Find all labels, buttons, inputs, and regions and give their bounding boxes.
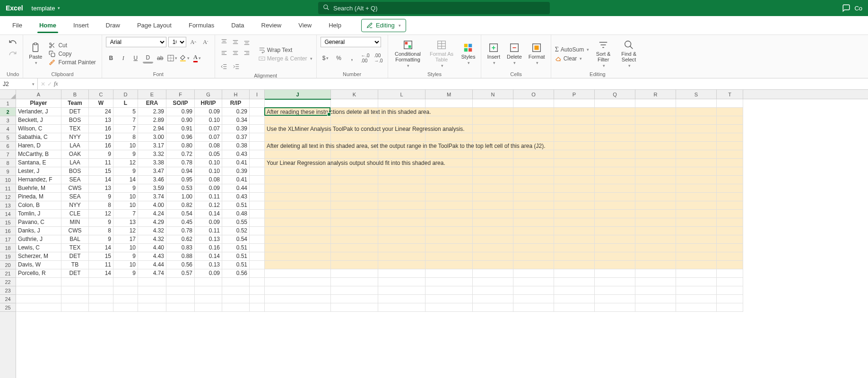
cell-J14[interactable] <box>265 210 331 218</box>
cell-S22[interactable] <box>676 278 717 286</box>
cell-I25[interactable] <box>250 303 265 312</box>
cell-J3[interactable] <box>265 116 331 125</box>
cell-R2[interactable] <box>635 108 676 116</box>
cell-T3[interactable] <box>717 116 743 125</box>
cell-D17[interactable]: 17 <box>113 235 138 244</box>
col-header-C[interactable]: C <box>89 90 113 99</box>
cell-P12[interactable] <box>554 193 595 201</box>
cell-H6[interactable]: 0.38 <box>222 142 250 150</box>
bold-button[interactable]: B <box>106 53 116 63</box>
cell-O4[interactable] <box>513 125 554 133</box>
cell-L24[interactable] <box>378 295 425 303</box>
cell-B8[interactable]: LAA <box>61 159 89 167</box>
cell-L13[interactable] <box>378 201 425 210</box>
cell-H3[interactable]: 0.34 <box>222 116 250 125</box>
cell-D13[interactable]: 10 <box>113 201 138 210</box>
cell-O24[interactable] <box>513 295 554 303</box>
cell-F21[interactable]: 0.57 <box>166 269 195 278</box>
cell-B11[interactable]: CWS <box>61 184 89 193</box>
cell-M14[interactable] <box>425 210 473 218</box>
cell-L18[interactable] <box>378 244 425 252</box>
undo-button[interactable] <box>8 37 18 47</box>
col-header-F[interactable]: F <box>166 90 195 99</box>
cell-B6[interactable]: LAA <box>61 142 89 150</box>
cell-H8[interactable]: 0.41 <box>222 159 250 167</box>
decrease-indent-button[interactable] <box>219 61 229 72</box>
cell-D16[interactable]: 12 <box>113 227 138 235</box>
cell-H20[interactable]: 0.51 <box>222 261 250 269</box>
cell-P20[interactable] <box>554 261 595 269</box>
cell-O25[interactable] <box>513 303 554 312</box>
cell-H4[interactable]: 0.39 <box>222 125 250 133</box>
cell-H2[interactable]: 0.29 <box>222 108 250 116</box>
cell-C18[interactable]: 14 <box>89 244 113 252</box>
cell-M21[interactable] <box>425 269 473 278</box>
cell-B19[interactable]: DET <box>61 252 89 261</box>
cell-O3[interactable] <box>513 116 554 125</box>
cell-O21[interactable] <box>513 269 554 278</box>
cell-O2[interactable] <box>513 108 554 116</box>
cell-F16[interactable]: 0.78 <box>166 227 195 235</box>
cell-E20[interactable]: 4.44 <box>138 261 166 269</box>
cell-G12[interactable]: 0.11 <box>195 193 222 201</box>
cell-J17[interactable] <box>265 235 331 244</box>
cell-J23[interactable] <box>265 286 331 295</box>
comments-button[interactable] <box>842 4 851 12</box>
tab-insert[interactable]: Insert <box>67 16 95 35</box>
cell-A3[interactable]: Beckett, J <box>16 116 61 125</box>
cell-C2[interactable]: 24 <box>89 108 113 116</box>
cell-K5[interactable] <box>331 133 378 142</box>
cell-O5[interactable] <box>513 133 554 142</box>
cell-E21[interactable]: 4.74 <box>138 269 166 278</box>
cell-G4[interactable]: 0.07 <box>195 125 222 133</box>
cell-O10[interactable] <box>513 176 554 184</box>
cell-E24[interactable] <box>138 295 166 303</box>
cell-H17[interactable]: 0.54 <box>222 235 250 244</box>
col-header-Q[interactable]: Q <box>595 90 635 99</box>
cell-O17[interactable] <box>513 235 554 244</box>
cell-D8[interactable]: 12 <box>113 159 138 167</box>
cell-C20[interactable]: 11 <box>89 261 113 269</box>
cell-G2[interactable]: 0.09 <box>195 108 222 116</box>
cell-A24[interactable] <box>16 295 61 303</box>
cell-K20[interactable] <box>331 261 378 269</box>
row-header-7[interactable]: 7 <box>0 150 16 159</box>
cell-M22[interactable] <box>425 278 473 286</box>
cell-N5[interactable] <box>473 133 513 142</box>
cell-B1[interactable]: Team <box>61 99 89 108</box>
row-header-18[interactable]: 18 <box>0 244 16 252</box>
fill-color-button[interactable]: ▾ <box>180 53 190 63</box>
cell-R15[interactable] <box>635 218 676 227</box>
cell-S24[interactable] <box>676 295 717 303</box>
cell-Q14[interactable] <box>595 210 635 218</box>
cell-K8[interactable] <box>331 159 378 167</box>
cell-T13[interactable] <box>717 201 743 210</box>
cell-Q11[interactable] <box>595 184 635 193</box>
cell-R4[interactable] <box>635 125 676 133</box>
decrease-decimal-button[interactable]: .00→.0 <box>373 53 384 63</box>
cell-I9[interactable] <box>250 167 265 176</box>
cell-M15[interactable] <box>425 218 473 227</box>
cell-E7[interactable]: 3.32 <box>138 150 166 159</box>
cell-B24[interactable] <box>61 295 89 303</box>
cell-M9[interactable] <box>425 167 473 176</box>
find-select-button[interactable]: Find & Select▾ <box>617 40 640 68</box>
cell-E23[interactable] <box>138 286 166 295</box>
cell-H9[interactable]: 0.39 <box>222 167 250 176</box>
cell-M13[interactable] <box>425 201 473 210</box>
fx-icon[interactable]: fx <box>54 80 58 87</box>
cell-M10[interactable] <box>425 176 473 184</box>
cell-I23[interactable] <box>250 286 265 295</box>
cell-T16[interactable] <box>717 227 743 235</box>
cell-I14[interactable] <box>250 210 265 218</box>
strikethrough-button[interactable]: ab <box>155 53 165 63</box>
col-header-L[interactable]: L <box>378 90 425 99</box>
cell-S6[interactable] <box>676 142 717 150</box>
cell-L3[interactable] <box>378 116 425 125</box>
cell-N1[interactable] <box>473 99 513 108</box>
cell-J11[interactable] <box>265 184 331 193</box>
cell-B2[interactable]: DET <box>61 108 89 116</box>
cell-H18[interactable]: 0.51 <box>222 244 250 252</box>
tab-file[interactable]: File <box>6 16 29 35</box>
cell-Q23[interactable] <box>595 286 635 295</box>
